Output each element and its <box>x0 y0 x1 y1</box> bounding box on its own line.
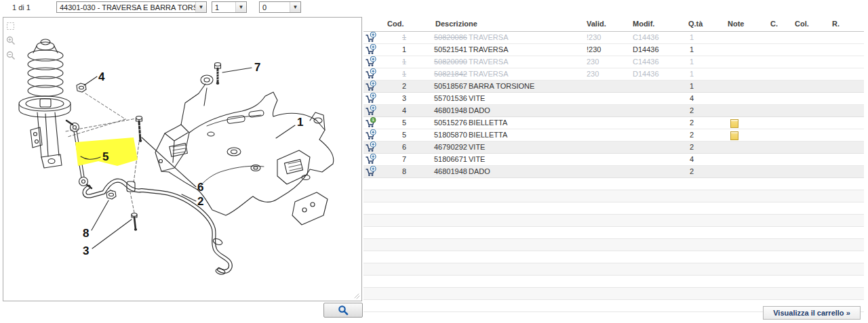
add-to-cart-button[interactable] <box>365 56 376 68</box>
table-row[interactable]: 551805870BIELLETTA2 <box>363 129 864 142</box>
header-c: C. <box>770 20 778 28</box>
callout-4[interactable]: 4 <box>98 70 105 83</box>
search-icon <box>338 305 349 316</box>
drawing-select-value: 44301-030 - TRAVERSA E BARRA TORSIONE <box>57 3 195 12</box>
zoom-in-icon[interactable] <box>6 36 16 45</box>
row-part-code: 46790292 <box>434 143 467 151</box>
empty-table-row <box>363 215 864 227</box>
view-cart-button[interactable]: Visualizza il carrello » <box>763 306 861 320</box>
add-to-cart-button[interactable] <box>365 32 376 44</box>
search-button[interactable] <box>323 303 363 318</box>
empty-table-row <box>363 202 864 215</box>
parts-table: Cod. Descrizione Valid. Modif. Q.tà Note… <box>363 17 864 301</box>
row-validity: 230 <box>587 58 599 66</box>
add-to-cart-button[interactable] <box>365 81 376 93</box>
diagram-toolbar <box>6 22 16 60</box>
row-part-code: 50821842 <box>434 70 467 78</box>
table-row[interactable]: 150821842TRAVERSA230D144361 <box>363 68 864 81</box>
row-modification: D14436 <box>633 45 659 53</box>
table-row[interactable]: 446801948DADO2 <box>363 105 864 117</box>
add-to-cart-button[interactable] <box>365 93 376 105</box>
header-note: Note <box>728 20 744 28</box>
callout-5[interactable]: 5 <box>102 150 108 163</box>
revision-select-value: 0 <box>260 3 290 12</box>
row-quantity: 1 <box>690 33 694 41</box>
parts-diagram[interactable]: 1 2 3 4 5 6 7 8 <box>3 18 361 301</box>
row-description: VITE <box>469 155 485 163</box>
row-callout-number: 8 <box>402 167 406 175</box>
revision-select[interactable]: 0 ▼ <box>259 1 301 13</box>
row-quantity: 1 <box>690 70 694 78</box>
add-to-cart-button[interactable]: 1 <box>365 117 376 129</box>
add-to-cart-button[interactable] <box>365 129 376 142</box>
row-callout-number: 5 <box>402 131 406 139</box>
chevron-down-icon: ▼ <box>235 2 246 12</box>
row-callout-number: 6 <box>402 143 406 151</box>
table-row[interactable]: 250518567BARRA TORSIONE1 <box>363 81 864 93</box>
drawing-select[interactable]: 44301-030 - TRAVERSA E BARRA TORSIONE ▼ <box>56 1 207 13</box>
add-to-cart-button[interactable] <box>365 166 376 178</box>
row-description: TRAVERSA <box>469 45 508 53</box>
row-validity: 230 <box>587 70 599 78</box>
table-row[interactable]: 1550515276BIELLETTA2 <box>363 117 864 129</box>
add-to-cart-button[interactable] <box>365 44 376 56</box>
row-part-code: 51806671 <box>434 155 467 163</box>
row-description: TRAVERSA <box>469 33 508 41</box>
add-to-cart-button[interactable] <box>365 68 376 81</box>
row-callout-number: 1 <box>402 70 406 78</box>
note-icon[interactable] <box>730 119 738 128</box>
empty-table-row <box>363 190 864 202</box>
crossmember-part <box>155 75 334 225</box>
zoom-out-icon[interactable] <box>6 51 16 60</box>
row-quantity: 2 <box>690 119 694 127</box>
note-icon[interactable] <box>730 131 738 140</box>
nut-8-part <box>106 190 116 199</box>
row-part-code: 50820090 <box>434 58 467 66</box>
row-callout-number: 2 <box>402 82 406 90</box>
page-indicator: 1 di 1 <box>12 3 31 12</box>
row-callout-number: 1 <box>402 33 406 41</box>
row-callout-number: 4 <box>402 106 406 114</box>
add-to-cart-button[interactable] <box>365 154 376 166</box>
header-descrizione: Descrizione <box>435 20 477 28</box>
row-description: TRAVERSA <box>469 70 508 78</box>
table-row[interactable]: 150820090TRAVERSA230C144361 <box>363 56 864 68</box>
header-cod: Cod. <box>387 20 403 28</box>
row-quantity: 4 <box>690 94 694 102</box>
row-callout-number: 5 <box>402 119 406 127</box>
row-description: DADO <box>469 167 490 175</box>
callout-3[interactable]: 3 <box>83 244 89 257</box>
callout-7[interactable]: 7 <box>254 61 260 74</box>
row-callout-number: 1 <box>402 45 406 53</box>
table-row[interactable]: 846801948DADO2 <box>363 166 864 178</box>
table-row[interactable]: 150820086TRAVERSA!230C144361 <box>363 32 864 44</box>
row-part-code: 50515276 <box>434 119 467 127</box>
header-valid: Valid. <box>587 20 606 28</box>
table-row[interactable]: 646790292VITE2 <box>363 142 864 154</box>
row-quantity: 1 <box>690 58 694 66</box>
row-description: DADO <box>469 106 490 114</box>
callout-8[interactable]: 8 <box>83 227 89 240</box>
variant-select[interactable]: 1 ▼ <box>212 1 247 13</box>
row-modification: C14436 <box>633 58 659 66</box>
callout-2[interactable]: 2 <box>197 195 203 208</box>
fit-selection-icon[interactable] <box>6 22 15 30</box>
table-row[interactable]: 150521541TRAVERSA!230D144361 <box>363 44 864 56</box>
callout-6[interactable]: 6 <box>197 181 203 194</box>
row-quantity: 2 <box>690 131 694 139</box>
empty-table-row <box>363 178 864 190</box>
empty-table-row <box>363 263 864 276</box>
row-part-code: 55701536 <box>434 94 467 102</box>
row-part-code: 46801948 <box>434 167 467 175</box>
header-r: R. <box>832 20 840 28</box>
add-to-cart-button[interactable] <box>365 105 376 117</box>
callout-1[interactable]: 1 <box>297 116 303 129</box>
table-row[interactable]: 751806671VITE4 <box>363 154 864 166</box>
empty-table-row <box>363 227 864 239</box>
empty-table-row <box>363 251 864 263</box>
table-row[interactable]: 355701536VITE4 <box>363 93 864 105</box>
add-to-cart-button[interactable] <box>365 142 376 154</box>
row-validity: !230 <box>587 45 601 53</box>
empty-table-row <box>363 288 864 300</box>
header-qta: Q.tà <box>688 20 703 28</box>
